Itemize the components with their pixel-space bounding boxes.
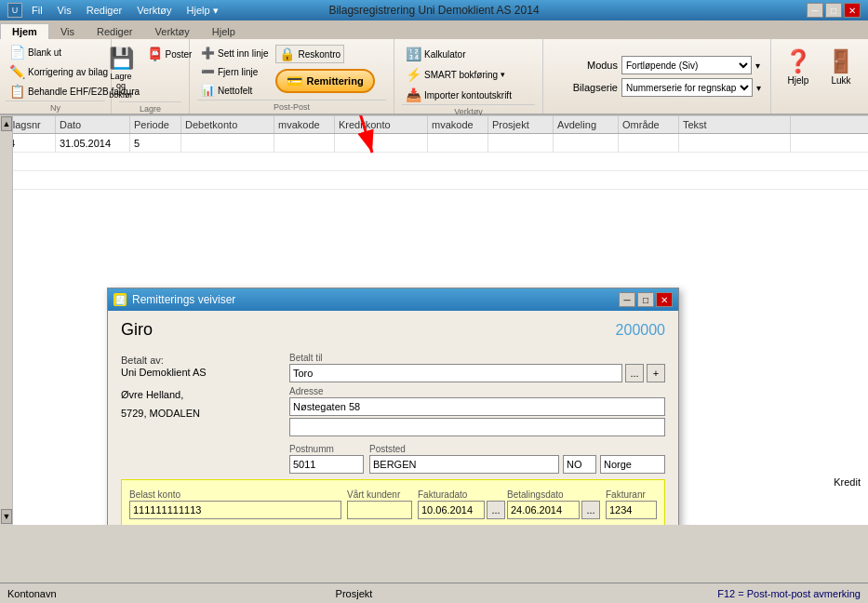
app-icon: U [7,3,22,18]
th-debetkonto: Debetkonto [181,116,274,133]
remittering-icon: 💳 [287,74,302,88]
nettofelt-icon: 📊 [201,84,215,97]
giro-label: Giro [121,320,153,340]
lukk-icon: 🚪 [827,48,855,74]
vart-kundenr-input[interactable] [347,501,412,519]
tab-hjem[interactable]: Hjem [0,23,49,39]
bilagserie-label: Bilagserie [553,82,618,93]
lukk-button[interactable]: 🚪 Lukk [821,47,861,87]
cell-mvakode1 [274,134,335,152]
betalt-av-value: Uni Demoklient AS [121,367,274,378]
status-bar: Kontonavn Prosjekt F12 = Post-mot-post a… [0,583,868,603]
dialog-title: Remitterings veiviser [132,293,619,306]
table-row-empty-1 [0,153,868,171]
dialog-minimize-btn[interactable]: ─ [619,292,635,307]
fakturadato-btn[interactable]: ... [487,501,505,519]
table-row[interactable]: 34 31.05.2014 5 [0,134,868,153]
nettofelt-button[interactable]: 📊 Nettofelt [197,82,272,99]
minimize-button[interactable]: ─ [807,3,823,18]
cell-omrade [619,134,679,152]
betalingsdato-btn[interactable]: ... [581,501,600,519]
scroll-up-btn[interactable]: ▲ [1,116,12,131]
korrigering-icon: ✏️ [9,64,25,79]
modus-row: Modus Fortløpende (Siv) ▾ [553,56,761,74]
betalt-til-label: Betalt til [289,353,665,363]
th-prosjekt: Prosjekt [488,116,554,133]
menu-vis-titlebar[interactable]: Vis [54,5,75,17]
blank-ut-button[interactable]: 📄 Blank ut [6,43,105,61]
vart-kundenr-label: Vårt kundenr [347,489,412,500]
menu-hjelp-titlebar[interactable]: Hjelp ▾ [183,5,222,17]
hjelp-button[interactable]: ❓ Hjelp [779,47,818,87]
modus-label: Modus [553,60,618,71]
credit-label: Kredit [834,476,861,488]
postnumm-label: Postnumm [289,444,364,454]
tab-vis[interactable]: Vis [49,24,86,39]
cell-mvakode2 [428,134,488,152]
fakturadato-input[interactable] [418,501,485,519]
th-tekst: Tekst [679,116,791,133]
postpost-group-label: Post-Post [197,100,386,112]
adresse2-input[interactable] [289,418,665,436]
status-kontonavn: Kontonavn [7,588,57,599]
poststed-input[interactable] [369,455,559,474]
blank-ut-icon: 📄 [9,45,25,60]
remittering-button[interactable]: 💳 Remittering [275,69,374,93]
table-header: Bilagsnr Dato Periode Debetkonto mvakode… [0,115,868,134]
cell-avdeling [554,134,619,152]
land-name-input[interactable] [600,455,665,474]
right-column: Betalt til ... + Adresse Postnumm [289,349,665,474]
poster-button[interactable]: 📮 Poster [143,45,196,63]
bilagserie-select[interactable]: Nummerserie for regnskap [621,78,753,97]
dialog-titlebar: 🧾 Remitterings veiviser ─ □ ✕ [108,288,678,311]
fjern-linje-button[interactable]: ➖ Fjern linje [197,63,272,80]
tab-verktoy[interactable]: Verktøy [144,24,201,39]
remitterings-dialog: 🧾 Remitterings veiviser ─ □ ✕ Giro 20000… [107,288,679,525]
land-code-input[interactable] [563,455,596,474]
menu-verktoy-titlebar[interactable]: Verktøy [133,5,175,17]
postnumm-input[interactable] [289,455,364,474]
menu-fil-titlebar[interactable]: Fil [28,5,47,17]
reskontro-button[interactable]: 🔒 Reskontro [275,45,344,63]
fakturanr-input[interactable] [606,501,657,519]
belast-konto-label: Belast konto [129,489,341,500]
importer-button[interactable]: 📥 Importer kontoutskrift [402,86,535,104]
smart-bokforing-button[interactable]: ⚡ SMART bokføring ▾ [402,65,535,84]
importer-icon: 📥 [406,87,421,102]
scroll-down-btn[interactable]: ▼ [1,509,12,524]
behandle-ehf-button[interactable]: 📋 Behandle EHF/E2B faktura [6,82,105,100]
betalingsdato-label: Betalingsdato [507,489,600,500]
korrigering-button[interactable]: ✏️ Korrigering av bilag [6,62,105,81]
lagre-icon: 💾 [109,47,134,71]
behandle-icon: 📋 [9,84,25,99]
status-prosjekt: Prosjekt [336,588,373,599]
sett-inn-linje-button[interactable]: ➕ Sett inn linje [197,45,272,61]
tab-hjelp[interactable]: Hjelp [201,24,247,39]
dialog-body: Giro 200000 Betalt av: Uni Demoklient AS… [108,311,678,525]
th-avdeling: Avdeling [554,116,619,133]
adresse-input[interactable] [289,397,665,416]
betalingsdato-input[interactable] [507,501,580,519]
kalkulator-button[interactable]: 🔢 Kalkulator [402,45,535,63]
close-button[interactable]: ✕ [844,3,861,18]
adresse2-value: 5729, MODALEN [121,408,274,419]
belast-konto-input[interactable] [129,501,341,519]
betalt-til-browse-btn[interactable]: ... [625,364,644,382]
modus-select[interactable]: Fortløpende (Siv) [621,56,752,74]
cell-periode: 5 [130,134,181,152]
dialog-close-btn[interactable]: ✕ [656,292,673,307]
dialog-maximize-btn[interactable]: □ [637,292,654,307]
lagre-bokfor-button[interactable]: 💾 Lagre ogbokfør [105,45,138,101]
window-title: Bilagsregistrering Uni Demoklient AS 201… [328,4,539,17]
tab-rediger[interactable]: Rediger [86,24,144,39]
betalt-til-input[interactable] [289,364,622,382]
fakturanr-label: Fakturanr [606,489,657,500]
betalt-til-add-btn[interactable]: + [647,364,665,382]
cell-tekst [679,134,791,152]
dialog-icon: 🧾 [114,293,127,306]
hjelp-icon: ❓ [784,48,812,74]
maximize-button[interactable]: □ [825,3,842,18]
kalkulator-icon: 🔢 [406,47,421,61]
menu-rediger-titlebar[interactable]: Rediger [83,5,127,17]
th-omrade: Område [619,116,679,133]
